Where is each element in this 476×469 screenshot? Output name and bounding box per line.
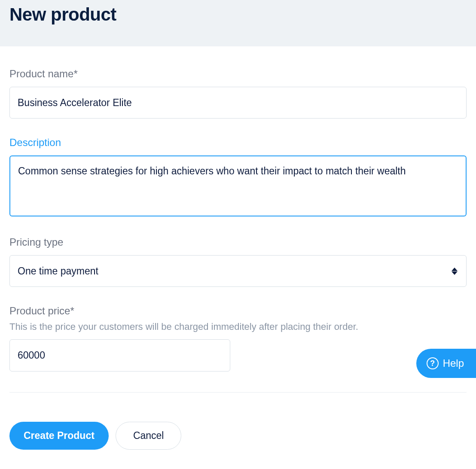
pricing-type-group: Pricing type One time payment (9, 236, 467, 287)
svg-marker-0 (452, 268, 458, 271)
page-header: New product (0, 0, 476, 46)
product-form: Product name* Description Pricing type O… (0, 46, 476, 422)
product-price-input[interactable] (9, 339, 230, 371)
pricing-type-value: One time payment (18, 264, 98, 278)
pricing-type-label: Pricing type (9, 236, 467, 248)
product-name-group: Product name* (9, 68, 467, 119)
help-label: Help (443, 357, 464, 369)
description-input[interactable] (9, 155, 467, 216)
divider (9, 392, 467, 393)
page-title: New product (9, 4, 467, 25)
create-product-button[interactable]: Create Product (9, 422, 109, 450)
help-button[interactable]: ? Help (416, 349, 476, 378)
product-price-group: Product price* This is the price your cu… (9, 305, 467, 371)
cancel-button[interactable]: Cancel (116, 422, 182, 450)
description-group: Description (9, 137, 467, 218)
pricing-type-select[interactable]: One time payment (9, 255, 467, 287)
product-name-input[interactable] (9, 87, 467, 119)
svg-marker-1 (452, 271, 458, 275)
product-name-label: Product name* (9, 68, 467, 80)
product-price-helper: This is the price your customers will be… (9, 321, 467, 332)
help-icon: ? (427, 357, 439, 369)
chevron-up-down-icon (452, 267, 458, 275)
product-price-label: Product price* (9, 305, 467, 317)
form-actions: Create Product Cancel (0, 422, 476, 450)
description-label: Description (9, 137, 467, 149)
